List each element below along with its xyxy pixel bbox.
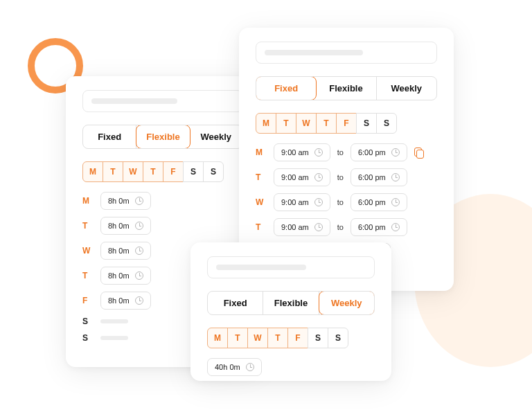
day-t[interactable]: T xyxy=(276,113,296,134)
day-s[interactable]: S xyxy=(356,113,377,134)
day-th[interactable]: T xyxy=(267,328,288,348)
search-field[interactable] xyxy=(256,42,437,64)
clock-icon xyxy=(391,148,400,157)
clock-icon xyxy=(246,363,254,371)
day-su[interactable]: S xyxy=(203,161,224,182)
placeholder-line xyxy=(216,265,306,270)
day-w[interactable]: W xyxy=(296,113,317,134)
tab-fixed[interactable]: Fixed xyxy=(208,292,263,314)
empty-slot xyxy=(100,336,128,340)
hours-input[interactable]: 8h 0m xyxy=(100,192,151,210)
placeholder-line xyxy=(265,50,363,55)
list-item: T 9:00 am to 6:00 pm xyxy=(256,168,437,186)
hours-input[interactable]: 8h 0m xyxy=(100,217,151,235)
clock-icon xyxy=(391,173,400,181)
day-m[interactable]: M xyxy=(82,161,103,182)
tab-weekly[interactable]: Weekly xyxy=(377,77,436,100)
tab-fixed[interactable]: Fixed xyxy=(256,76,317,100)
tab-weekly[interactable]: Weekly xyxy=(319,291,375,315)
day-t[interactable]: T xyxy=(103,161,123,182)
clock-icon xyxy=(391,198,400,206)
day-su[interactable]: S xyxy=(376,113,397,134)
search-field[interactable] xyxy=(207,256,375,278)
day-s[interactable]: S xyxy=(183,161,204,182)
tab-fixed[interactable]: Fixed xyxy=(83,125,136,148)
day-f[interactable]: F xyxy=(163,161,184,182)
clock-icon xyxy=(391,223,400,231)
end-time-input[interactable]: 6:00 pm xyxy=(351,143,407,161)
day-s[interactable]: S xyxy=(308,328,328,348)
start-time-input[interactable]: 9:00 am xyxy=(274,193,330,211)
end-time-input[interactable]: 6:00 pm xyxy=(351,168,407,186)
day-m[interactable]: M xyxy=(256,113,276,134)
day-w[interactable]: W xyxy=(247,328,268,348)
day-t[interactable]: T xyxy=(227,328,248,348)
day-selector: M T W T F S S xyxy=(207,328,375,348)
to-label: to xyxy=(337,173,344,181)
list-item: T 9:00 am to 6:00 pm xyxy=(256,218,437,236)
list-item: M8h 0m xyxy=(82,192,243,210)
start-time-input[interactable]: 9:00 am xyxy=(274,218,330,236)
list-item: W 9:00 am to 6:00 pm xyxy=(256,193,437,211)
start-time-input[interactable]: 9:00 am xyxy=(274,168,330,186)
clock-icon xyxy=(135,197,143,205)
weekly-hours-input[interactable]: 40h 0m xyxy=(207,358,262,376)
hours-input[interactable]: 8h 0m xyxy=(100,267,151,285)
day-selector: M T W T F S S xyxy=(256,113,437,134)
day-th[interactable]: T xyxy=(316,113,337,134)
clock-icon xyxy=(135,296,143,305)
end-time-input[interactable]: 6:00 pm xyxy=(351,193,407,211)
tab-flexible[interactable]: Flexible xyxy=(263,292,319,314)
tab-weekly[interactable]: Weekly xyxy=(190,125,242,148)
search-field[interactable] xyxy=(82,90,243,112)
copy-icon[interactable] xyxy=(414,148,424,157)
day-f[interactable]: F xyxy=(336,113,357,134)
tab-flexible[interactable]: Flexible xyxy=(136,125,190,149)
to-label: to xyxy=(337,148,344,157)
clock-icon xyxy=(314,173,323,181)
day-th[interactable]: T xyxy=(143,161,163,182)
clock-icon xyxy=(135,222,143,230)
clock-icon xyxy=(135,247,143,255)
to-label: to xyxy=(337,198,344,206)
start-time-input[interactable]: 9:00 am xyxy=(274,143,330,161)
to-label: to xyxy=(337,223,344,231)
end-time-input[interactable]: 6:00 pm xyxy=(351,218,407,236)
list-item: M 9:00 am to 6:00 pm xyxy=(256,143,437,161)
schedule-tabs: Fixed Flexible Weekly xyxy=(256,76,437,100)
list-item: T8h 0m xyxy=(82,217,243,235)
day-m[interactable]: M xyxy=(207,328,228,348)
hours-input[interactable]: 8h 0m xyxy=(100,292,151,310)
clock-icon xyxy=(135,271,143,280)
hours-input[interactable]: 8h 0m xyxy=(100,242,151,260)
day-f[interactable]: F xyxy=(287,328,308,348)
clock-icon xyxy=(314,223,323,231)
tab-flexible[interactable]: Flexible xyxy=(316,77,376,100)
day-w[interactable]: W xyxy=(123,161,143,182)
clock-icon xyxy=(314,148,323,157)
schedule-tabs: Fixed Flexible Weekly xyxy=(207,291,375,315)
day-selector: M T W T F S S xyxy=(82,161,243,182)
clock-icon xyxy=(314,198,323,206)
day-su[interactable]: S xyxy=(328,328,348,348)
placeholder-line xyxy=(91,98,177,104)
schedule-tabs: Fixed Flexible Weekly xyxy=(82,125,243,149)
weekly-schedule-card: Fixed Flexible Weekly M T W T F S S 40h … xyxy=(190,242,391,381)
empty-slot xyxy=(100,319,128,323)
